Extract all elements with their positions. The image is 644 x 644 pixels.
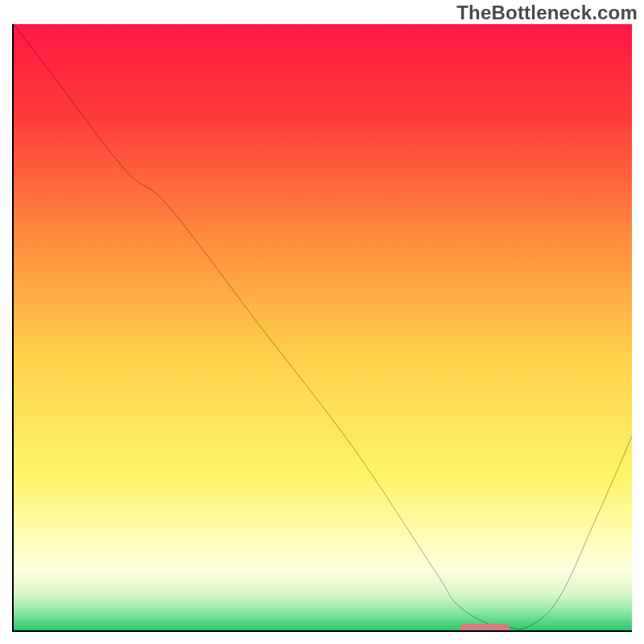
chart-container: TheBottleneck.com [0,0,644,644]
plot-area [12,24,632,632]
watermark-text: TheBottleneck.com [456,2,638,24]
bottleneck-curve [14,24,632,630]
curve-layer [14,24,632,630]
optimal-range-marker [460,624,510,632]
